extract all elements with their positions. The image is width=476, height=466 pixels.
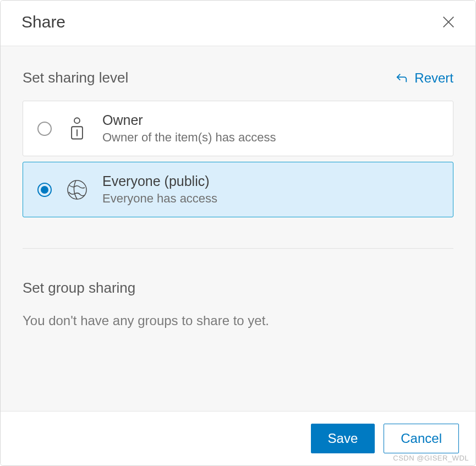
radio-owner[interactable] xyxy=(37,122,52,136)
sharing-option-owner[interactable]: Owner Owner of the item(s) has access xyxy=(23,101,453,156)
sharing-option-text: Owner Owner of the item(s) has access xyxy=(102,112,276,145)
group-sharing-title: Set group sharing xyxy=(23,279,453,297)
revert-label: Revert xyxy=(414,70,453,86)
svg-point-4 xyxy=(68,180,86,199)
sharing-level-header: Set sharing level Revert xyxy=(23,69,453,86)
revert-icon xyxy=(396,72,408,84)
person-icon xyxy=(66,117,88,141)
globe-icon xyxy=(66,178,88,202)
option-title: Everyone (public) xyxy=(102,173,217,189)
section-divider xyxy=(23,248,453,249)
save-button[interactable]: Save xyxy=(311,424,375,453)
option-description: Owner of the item(s) has access xyxy=(102,130,276,145)
sharing-level-options: Owner Owner of the item(s) has access Ev… xyxy=(23,101,453,217)
sharing-option-everyone[interactable]: Everyone (public) Everyone has access xyxy=(23,162,453,217)
option-description: Everyone has access xyxy=(102,191,217,206)
close-button[interactable] xyxy=(438,12,459,32)
sharing-option-text: Everyone (public) Everyone has access xyxy=(102,173,217,206)
svg-point-2 xyxy=(74,118,80,123)
share-dialog: Share Set sharing level Revert xyxy=(0,0,476,466)
group-sharing-empty-message: You don't have any groups to share to ye… xyxy=(23,313,453,328)
sharing-level-title: Set sharing level xyxy=(23,69,128,86)
dialog-title: Share xyxy=(21,13,65,31)
close-icon xyxy=(441,14,456,30)
radio-everyone[interactable] xyxy=(37,183,52,197)
dialog-body: Set sharing level Revert xyxy=(1,46,475,411)
option-title: Owner xyxy=(102,112,276,128)
revert-button[interactable]: Revert xyxy=(396,70,453,86)
watermark-text: CSDN @GISER_WDL xyxy=(393,454,469,462)
cancel-button[interactable]: Cancel xyxy=(384,424,459,453)
dialog-header: Share xyxy=(1,1,475,46)
